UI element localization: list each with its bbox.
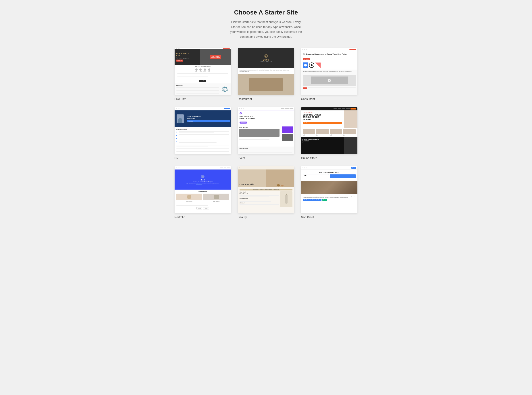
cv-thumbnail[interactable]: Hello, I'm CameronWilliamson Download CV… xyxy=(174,107,231,154)
event-thumbnail[interactable]: ● Join Us For TheEvent Of The Year! Regi… xyxy=(238,107,294,154)
non-profit-thumbnail[interactable]: Donate The Clean Water Project 1SM Suppo… xyxy=(301,166,358,213)
portfolio-thumbnail[interactable]: Hello! I'm Brian, I'm a Senior Product D… xyxy=(174,166,231,213)
site-label-restaurant: Restaurant xyxy=(238,97,294,101)
online-store-thumbnail[interactable]: New Arrivals SHOP THE LATESTTRENDS OF TH… xyxy=(301,107,358,154)
site-label-event: Event xyxy=(238,156,294,160)
site-label-online-store: Online Store xyxy=(301,156,358,160)
site-label-beauty: Beauty xyxy=(238,215,294,219)
beauty-thumbnail[interactable]: Love Your Skin ♦ A Beautiful skin ♦ A Be… xyxy=(238,166,294,213)
restaurant-thumbnail[interactable]: D DIVI RESTAURANT & BAR An award-winning… xyxy=(238,48,294,95)
site-label-non-profit: Non Profit xyxy=(301,215,358,219)
site-label-cv: CV xyxy=(174,156,231,160)
site-card-cv[interactable]: Hello, I'm CameronWilliamson Download CV… xyxy=(174,107,231,160)
site-label-portfolio: Portfolio xyxy=(174,215,231,219)
page-header: Choose A Starter Site Pick the starter s… xyxy=(5,9,527,39)
site-card-event[interactable]: ● Join Us For TheEvent Of The Year! Regi… xyxy=(238,107,294,160)
site-card-portfolio[interactable]: Hello! I'm Brian, I'm a Senior Product D… xyxy=(174,166,231,219)
site-card-beauty[interactable]: Love Your Skin ♦ A Beautiful skin ♦ A Be… xyxy=(238,166,294,219)
site-card-online-store[interactable]: New Arrivals SHOP THE LATESTTRENDS OF TH… xyxy=(301,107,358,160)
starter-sites-grid: GET A FREECONSULTATION DOE & SMITHLAW Yo… xyxy=(174,48,358,219)
page-title: Choose A Starter Site xyxy=(5,9,527,16)
site-card-non-profit[interactable]: Donate The Clean Water Project 1SM Suppo… xyxy=(301,166,358,219)
site-label-consultant: Consultant xyxy=(301,97,358,101)
site-card-restaurant[interactable]: D DIVI RESTAURANT & BAR An award-winning… xyxy=(238,48,294,101)
site-label-law-firm: Law Firm xyxy=(174,97,231,101)
site-card-consultant[interactable]: We Empower Businesses to Forge Their Own… xyxy=(301,48,358,101)
consultant-thumbnail[interactable]: We Empower Businesses to Forge Their Own… xyxy=(301,48,358,95)
law-firm-thumbnail[interactable]: GET A FREECONSULTATION DOE & SMITHLAW Yo… xyxy=(174,48,231,95)
site-card-law-firm[interactable]: GET A FREECONSULTATION DOE & SMITHLAW Yo… xyxy=(174,48,231,101)
page-subtitle: Pick the starter site that best suits yo… xyxy=(228,20,304,39)
